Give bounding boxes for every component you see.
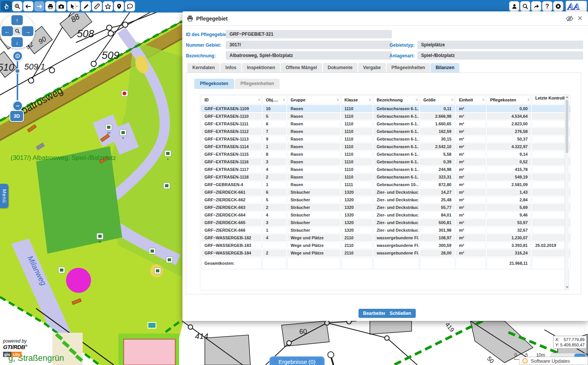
table-row[interactable]: GRF~ZIERDECK-6661Sträucher1320Zier- und … <box>201 227 571 234</box>
back-arrow-button[interactable] <box>23 1 33 11</box>
settings-button[interactable] <box>553 1 563 11</box>
menu-tab[interactable]: Menü <box>0 184 8 208</box>
table-row[interactable]: GRF~WASSERGEB-183Wege und Plätze2110wass… <box>201 242 571 249</box>
sort-icon[interactable]: ↑↓ <box>336 98 338 101</box>
help-button[interactable]: ? <box>542 1 552 11</box>
comment-tool-button[interactable] <box>125 1 135 11</box>
id-field[interactable]: GRF~PFGEBIET-321 <box>226 30 392 38</box>
table-scrollbar[interactable] <box>564 95 569 290</box>
table-row[interactable]: GRF~EXTRASEN-110910Rasen1110Gebrauchsras… <box>201 105 571 112</box>
hide-dialog-icon[interactable] <box>566 15 574 24</box>
zoom-out-button[interactable]: − <box>13 101 23 111</box>
close-icon[interactable]: ✕ <box>577 14 583 22</box>
table-row[interactable]: GRF~ZIERDECK-6616Sträucher1320Zier- und … <box>201 189 571 196</box>
pan-right-button[interactable]: → <box>22 26 33 36</box>
sort-icon[interactable]: ↑↓ <box>527 98 529 101</box>
column-header[interactable]: Bezeichnung↑↓ <box>373 95 419 104</box>
zoom-extent-button[interactable] <box>13 27 22 35</box>
draw-tool-button[interactable] <box>81 1 91 11</box>
table-row[interactable]: GRF~EXTRASEN-11158Rasen1110Gebrauchsrase… <box>201 151 571 158</box>
print-tool-button[interactable] <box>45 1 55 11</box>
table-row[interactable]: GRF~EXTRASEN-11141Rasen1110Gebrauchsrase… <box>201 143 571 150</box>
table-cell: 2110 <box>341 242 373 249</box>
table-row[interactable]: GRF~WASSERGEB-1824Wege und Plätze2110was… <box>201 234 571 241</box>
favorites-tool-button[interactable] <box>103 1 113 11</box>
tab-offene-maengel[interactable]: Offene Mängel <box>281 63 322 73</box>
table-row[interactable]: GRF~EXTRASEN-11174Rasen1110Gebrauchsrase… <box>201 166 571 173</box>
column-header[interactable]: ID↑↓ <box>201 95 262 104</box>
measure-tool-button[interactable] <box>92 1 102 11</box>
tab-pflegeeinheiten[interactable]: Pflegeeinheiten <box>387 63 430 73</box>
id-label: ID des Pflegegebiets: <box>186 32 232 37</box>
column-header[interactable]: Gruppe↑↓ <box>287 95 340 104</box>
snapshot-tool-button[interactable] <box>56 1 66 11</box>
sort-icon[interactable]: ↑↓ <box>283 98 285 101</box>
share-button[interactable] <box>531 1 541 11</box>
table-row[interactable]: GRF~EXTRASEN-11139Rasen1110Gebrauchsrase… <box>201 136 571 142</box>
scrollbar-down-icon[interactable] <box>566 286 569 288</box>
pan-rosette: ↑ ← → ↓ <box>0 14 35 49</box>
table-row[interactable]: GRF~EXTRASEN-11127Rasen1110Gebrauchsrase… <box>201 128 571 135</box>
pan-up-button[interactable]: ↑ <box>11 15 23 25</box>
giscity-logo[interactable]: gis city <box>3 352 22 357</box>
results-button[interactable]: Ergebnisse (0) <box>269 356 325 365</box>
sort-icon[interactable]: ↑↓ <box>415 98 417 101</box>
user-button[interactable] <box>509 1 519 11</box>
location-tool-button[interactable] <box>114 1 124 11</box>
table-row[interactable]: GRF~GEBRASEN-41Rasen1111Gebrauchsrasen 1… <box>201 181 571 188</box>
scrollbar-up-icon[interactable] <box>566 96 569 98</box>
close-button[interactable]: Schließen <box>385 309 416 318</box>
scrollbar-thumb[interactable] <box>566 100 568 153</box>
anlagenart-field[interactable]: Spiel-/Bolzplatz <box>417 51 583 60</box>
nummer-field[interactable]: 3017/ <box>226 41 392 49</box>
table-row[interactable]: GRF~ZIERDECK-6625Sträucher1320Zier- und … <box>201 196 571 203</box>
column-header[interactable]: Pflegekosten↑↓ <box>487 95 531 104</box>
table-row[interactable]: GRF~EXTRASEN-11182Rasen1110Gebrauchsrase… <box>201 174 571 180</box>
tab-bilanzen[interactable]: Bilanzen <box>431 63 459 73</box>
app-logo[interactable]: AA <box>566 1 587 12</box>
sort-icon[interactable]: ↑↓ <box>369 98 371 101</box>
zoom-slider-handle[interactable] <box>15 68 20 74</box>
tab-dokumente[interactable]: Dokumente <box>323 63 357 73</box>
pflegegebiet-dialog: Pflegegebiet ✕ ID des Pflegegebiets: GRF… <box>182 11 588 321</box>
column-header[interactable]: Obj.…↑↓ <box>263 95 286 104</box>
tab-inspektionen[interactable]: Inspektionen <box>242 63 280 73</box>
results-pin-head[interactable] <box>328 352 334 358</box>
tab-infos[interactable]: Infos <box>220 63 241 73</box>
subtab-pflegekosten[interactable]: Pflegekosten <box>194 79 234 89</box>
forward-arrow-button[interactable] <box>34 1 44 11</box>
sort-icon[interactable]: ↑↓ <box>482 98 484 101</box>
software-updates-popup[interactable]: ↑ Software Updates <box>519 357 588 365</box>
column-header[interactable]: Klasse↑↓ <box>341 95 373 104</box>
bezeichnung-field[interactable]: Albatrosweg, Spiel-/Bolzplatz <box>226 51 392 60</box>
table-row[interactable]: GRF~ZIERDECK-6653Sträucher1320Zier- und … <box>201 219 571 226</box>
gebietstyp-field[interactable]: Spielplätze <box>417 41 583 49</box>
3d-view-button[interactable]: 3D <box>9 110 24 122</box>
sort-icon[interactable]: ↑↓ <box>258 98 260 101</box>
search-button[interactable] <box>520 1 530 11</box>
print-icon[interactable] <box>187 15 193 23</box>
table-row[interactable]: GRF~EXTRASEN-11116Rasen1110Gebrauchsrase… <box>201 120 571 127</box>
zoom-in-tool-button[interactable] <box>12 1 22 11</box>
table-cell: 5 <box>263 113 286 120</box>
hand-tool-button[interactable] <box>1 1 11 11</box>
zoom-slider-track[interactable] <box>17 62 18 100</box>
table-row[interactable]: GRF~EXTRASEN-11105Rasen1110Gebrauchsrase… <box>201 113 571 120</box>
column-header[interactable]: Größe↑↓ <box>420 95 455 104</box>
tab-kerndaten[interactable]: Kerndaten <box>187 63 220 73</box>
select-tool-button[interactable] <box>67 1 80 11</box>
table-row[interactable]: GRF~EXTRASEN-11163Rasen1110Gebrauchsrase… <box>201 158 571 165</box>
table-row[interactable]: GRF~ZIERDECK-6632Sträucher1320Zier- und … <box>201 204 571 211</box>
table-cell: GRF~ZIERDECK-662 <box>201 196 262 203</box>
table-cell: m² <box>456 128 486 135</box>
sort-icon[interactable]: ↑↓ <box>451 98 453 101</box>
tab-vergabe[interactable]: Vergabe <box>358 63 386 73</box>
table-row[interactable]: GRF~ZIERDECK-6644Sträucher1320Zier- und … <box>201 212 571 218</box>
pan-down-button[interactable]: ↓ <box>11 37 23 47</box>
subtab-pflegeeinheiten[interactable]: Pflegeeinheiten <box>235 79 280 89</box>
table-row[interactable]: GRF~WASSERGEB-1842Wege und Plätze2110was… <box>201 250 571 256</box>
column-header[interactable]: Einheit↑↓ <box>456 95 486 104</box>
pan-left-button[interactable]: ← <box>2 26 13 36</box>
table-cell: m² <box>456 143 486 150</box>
zoom-in-button[interactable] <box>13 51 23 61</box>
